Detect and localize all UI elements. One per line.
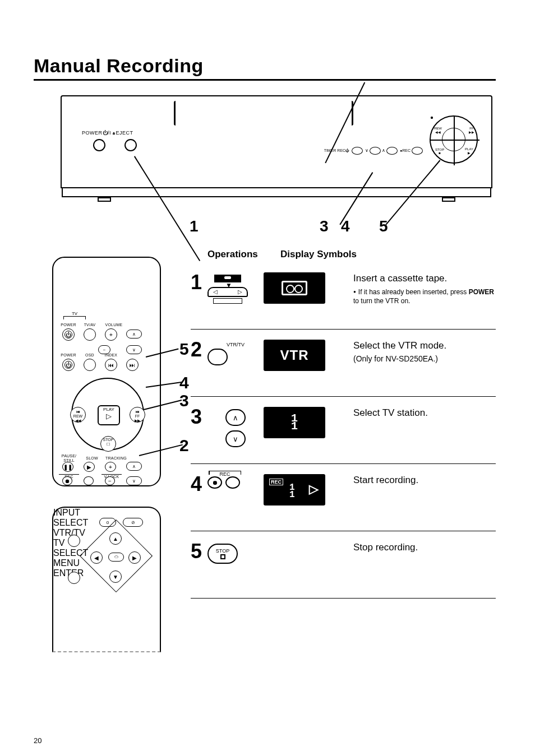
vtrtv-button	[68, 535, 80, 547]
rec-aux-button	[84, 476, 94, 485]
page-title: Manual Recording	[34, 0, 496, 81]
stop-op-button: STOP	[207, 544, 238, 564]
side-callout-2: 2	[179, 436, 189, 455]
jog-dial: REW◀◀ FF▶▶ STOP■ PLAY▶	[430, 115, 478, 164]
callout-3: 3	[320, 217, 329, 235]
vcr-diagram: POWER⏻/I ⏏EJECT TIMER REC⏻ ∨∧ ●REC REW◀◀…	[34, 95, 496, 241]
nav-left-button: ◀	[90, 551, 103, 564]
display-channel-icon: 11	[264, 407, 325, 438]
ch-down-op-button: ∨	[225, 430, 246, 447]
pill-down-button: ∨	[126, 476, 142, 485]
step1-note: If it has already been inserted, press P…	[353, 287, 496, 305]
ff-button: ⏭FF▶▶	[130, 407, 145, 423]
page-number: 20	[34, 736, 41, 745]
callout-4: 4	[341, 217, 350, 235]
remote-top: TV POWER ⏻ TV/AV VOLUME + ∧ − ∨ POWER ⏻ …	[52, 257, 161, 486]
eject-button	[124, 139, 137, 151]
cassette-slot	[174, 101, 353, 126]
power-button	[93, 139, 105, 151]
vtrtv-op-button	[207, 349, 228, 365]
side-callout-5: 5	[179, 340, 189, 359]
index-next-button: ⏭	[126, 359, 139, 371]
rew-button: ⏮REW◀◀	[70, 407, 86, 423]
vcr-foot	[442, 197, 455, 202]
ch-down-button: ∨	[126, 345, 142, 354]
tvav-button	[84, 328, 96, 341]
play-button: PLAY▷	[98, 405, 120, 425]
table-header: Operations Display Symbols	[191, 249, 496, 262]
ch-up-op-button: ∧	[225, 409, 246, 426]
step-row-1: 1 ▼ Insert a cassette tape. If it has al…	[191, 262, 496, 330]
pill-up-button: ∧	[126, 462, 142, 471]
vcr-foot	[98, 197, 111, 202]
side-callout-4: 4	[179, 373, 189, 392]
index-prev-button: ⏮	[105, 359, 117, 371]
display-vtr-icon: VTR	[264, 340, 325, 371]
osd-button	[84, 359, 96, 371]
rec-dot-button: ⏺	[207, 476, 222, 489]
track-plus-button: +	[105, 462, 116, 472]
nav-up-button: ▲	[109, 532, 122, 545]
power-eject-label: POWER⏻/I ⏏EJECT	[82, 130, 133, 136]
remote-bottom: INPUT SELECT 0 ⊘ VTR/TV ▲ ◀ ⬭ ▶ ▼ TV SEL…	[52, 507, 161, 652]
vol-up-button: +	[105, 328, 117, 341]
rec-button: ⏺	[62, 476, 72, 485]
step-row-4: 4 REC ⏺ REC 11 ▷ Start recording.	[191, 464, 496, 531]
nav-right-button: ▶	[128, 551, 141, 564]
transport-label: TIMER REC⏻ ∨∧ ●REC	[324, 147, 424, 155]
vtr-power-button: ⏻	[62, 359, 75, 371]
track-minus-button: −	[105, 476, 115, 485]
jog-wheel: PLAY▷ ⏮REW◀◀ ⏭FF▶▶ STOP☐	[71, 378, 144, 451]
slow-button: ▶	[84, 462, 95, 472]
step-row-2: 2 VTR/TV VTR Select the VTR mode. (Only …	[191, 330, 496, 397]
ch-up-button: ∧	[126, 330, 142, 338]
insert-cassette-icon: ▼	[207, 275, 248, 306]
side-callout-3: 3	[179, 391, 189, 410]
stop-button-wheel: STOP☐	[100, 436, 116, 452]
rec-aux-op-button	[225, 476, 240, 489]
tv-power-button: ⏻	[62, 328, 75, 341]
callout-5: 5	[379, 217, 388, 235]
vcr-tray	[62, 187, 491, 197]
pause-button: ❚❚	[62, 462, 73, 472]
tvselect-button	[68, 572, 80, 584]
display-rec-icon: REC 11 ▷	[264, 474, 325, 505]
step-row-5: 5 STOP Stop recording.	[191, 531, 496, 599]
display-cassette-icon	[264, 272, 325, 304]
callout-1: 1	[190, 217, 199, 235]
nav-down-button: ▼	[109, 571, 122, 583]
step-row-3: 3 ∧∨ 11 Select TV station.	[191, 397, 496, 464]
